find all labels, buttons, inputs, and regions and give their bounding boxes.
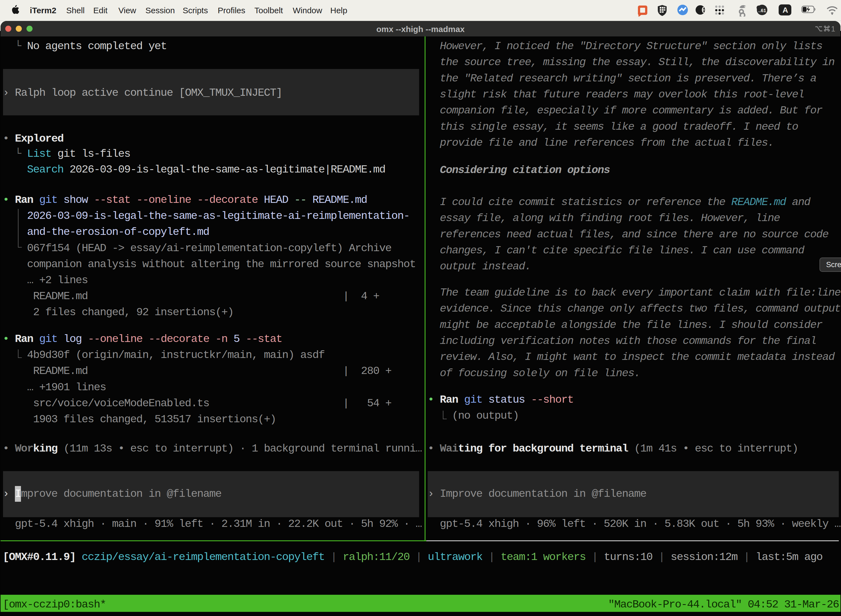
svg-text:1: 1 bbox=[831, 25, 835, 33]
svg-text:A: A bbox=[782, 6, 788, 14]
svg-text:..61: ..61 bbox=[758, 8, 766, 13]
